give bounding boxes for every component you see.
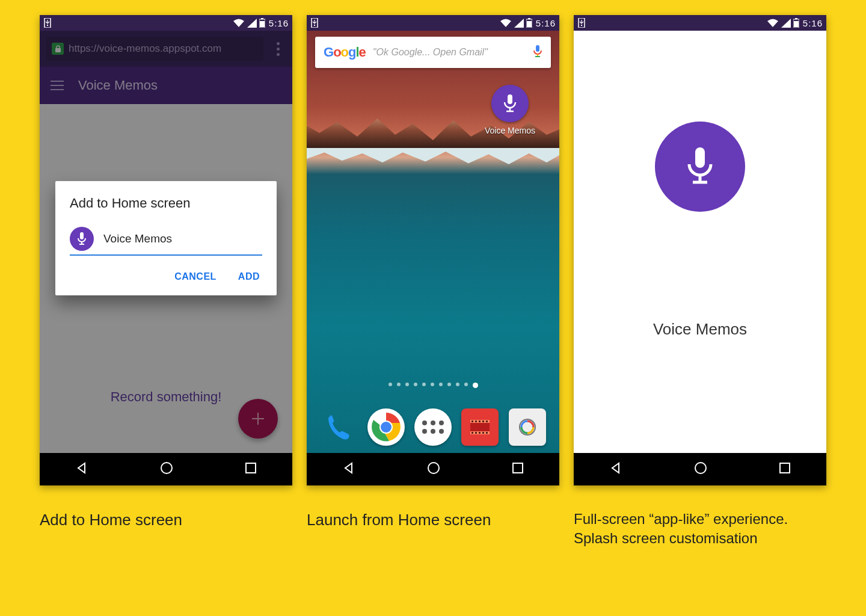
page-dot <box>388 383 392 386</box>
app-mic-icon <box>70 227 94 251</box>
google-logo: Google <box>324 45 366 60</box>
page-dot <box>439 383 443 386</box>
signal-icon <box>247 19 257 28</box>
dock <box>307 408 559 446</box>
phone-home-screen: 5:16 Google "Ok Google... Open Gmail" Vo… <box>307 15 559 485</box>
signal-icon <box>514 19 524 28</box>
page-dot <box>405 383 409 386</box>
browser-screen: https://voice-memos.appspot.com Voice Me… <box>40 31 292 453</box>
battery-icon <box>526 18 532 28</box>
shortcut-name-input[interactable]: Voice Memos <box>103 232 262 245</box>
splash-title: Voice Memos <box>653 320 747 339</box>
system-icon <box>43 18 52 28</box>
svg-rect-16 <box>536 45 539 52</box>
page-indicator <box>307 383 559 388</box>
svg-rect-6 <box>80 232 84 239</box>
svg-rect-34 <box>475 432 477 434</box>
splash-screen: Voice Memos <box>574 31 826 453</box>
page-dot <box>397 383 401 386</box>
captions-row: Add to Home screen Launch from Home scre… <box>30 510 836 549</box>
recents-button[interactable] <box>779 462 791 476</box>
status-bar: 5:16 <box>307 15 559 31</box>
voice-memos-shortcut[interactable]: Voice Memos <box>485 85 535 135</box>
svg-rect-37 <box>486 432 488 434</box>
system-icon <box>577 18 586 28</box>
svg-rect-43 <box>581 25 582 26</box>
status-bar: 5:16 <box>574 15 826 31</box>
wallpaper-foam <box>307 148 559 166</box>
svg-rect-33 <box>471 432 473 434</box>
dialog-title: Add to Home screen <box>70 196 262 211</box>
back-button[interactable] <box>609 461 622 477</box>
android-navbar <box>307 453 559 485</box>
page-dot <box>447 383 451 386</box>
page-dot <box>456 383 459 386</box>
svg-rect-19 <box>508 94 512 104</box>
home-button[interactable] <box>159 461 174 478</box>
svg-rect-41 <box>513 463 523 473</box>
clock: 5:16 <box>536 18 556 28</box>
svg-rect-3 <box>261 18 263 19</box>
cancel-button[interactable]: CANCEL <box>172 266 219 287</box>
battery-icon <box>259 18 265 28</box>
launcher-screen[interactable]: Google "Ok Google... Open Gmail" Voice M… <box>307 31 559 453</box>
svg-point-24 <box>381 422 392 433</box>
caption-2: Launch from Home screen <box>307 510 559 549</box>
back-button[interactable] <box>342 461 355 477</box>
svg-rect-51 <box>780 463 790 473</box>
svg-point-40 <box>428 463 439 473</box>
caption-3: Full-screen “app-like” experience. Splas… <box>574 510 826 549</box>
signal-icon <box>781 19 791 28</box>
add-to-home-dialog: Add to Home screen Voice Memos CANCEL AD… <box>55 181 277 295</box>
recents-button[interactable] <box>512 462 524 476</box>
page-dot <box>431 383 434 386</box>
phone-add-to-home: 5:16 https://voice-memos.appspot.com Voi… <box>40 15 292 485</box>
svg-rect-4 <box>260 21 265 27</box>
clock: 5:16 <box>803 18 823 28</box>
svg-rect-36 <box>482 432 484 434</box>
voice-search-icon[interactable] <box>533 45 542 60</box>
wifi-icon <box>500 19 512 28</box>
wifi-icon <box>767 19 779 28</box>
svg-point-50 <box>695 463 706 473</box>
svg-rect-46 <box>794 21 799 27</box>
svg-rect-30 <box>479 420 481 422</box>
svg-rect-31 <box>482 420 484 422</box>
home-button[interactable] <box>426 461 441 478</box>
search-hint: "Ok Google... Open Gmail" <box>373 47 526 58</box>
android-navbar <box>40 453 292 485</box>
svg-point-9 <box>161 463 172 473</box>
recents-button[interactable] <box>245 462 257 476</box>
battery-icon <box>793 18 799 28</box>
phone-app-icon[interactable] <box>320 408 357 446</box>
mic-icon <box>491 85 529 122</box>
phone-splash-screen: 5:16 Voice Memos <box>574 15 826 485</box>
svg-rect-28 <box>471 420 473 422</box>
svg-rect-1 <box>47 25 48 26</box>
chrome-app-icon[interactable] <box>367 408 405 446</box>
page-dot <box>414 383 417 386</box>
video-app-icon[interactable] <box>461 408 499 446</box>
camera-app-icon[interactable] <box>509 408 546 446</box>
clock: 5:16 <box>269 18 289 28</box>
svg-rect-14 <box>528 18 530 19</box>
home-button[interactable] <box>693 461 708 478</box>
shortcut-label: Voice Memos <box>485 126 535 135</box>
app-drawer-icon[interactable] <box>414 408 452 446</box>
back-button[interactable] <box>75 461 88 477</box>
wifi-icon <box>233 19 245 28</box>
svg-rect-47 <box>695 147 705 168</box>
system-icon <box>310 18 319 28</box>
page-dot <box>464 383 468 386</box>
caption-1: Add to Home screen <box>40 510 292 549</box>
android-navbar <box>574 453 826 485</box>
splash-mic-icon <box>655 122 745 212</box>
page-dot <box>422 383 426 386</box>
page-dot <box>473 383 478 388</box>
svg-rect-35 <box>479 432 481 434</box>
google-search-widget[interactable]: Google "Ok Google... Open Gmail" <box>315 37 551 68</box>
svg-rect-10 <box>246 463 256 473</box>
svg-rect-45 <box>795 18 797 19</box>
add-button[interactable]: ADD <box>236 266 262 287</box>
svg-rect-12 <box>314 25 315 26</box>
